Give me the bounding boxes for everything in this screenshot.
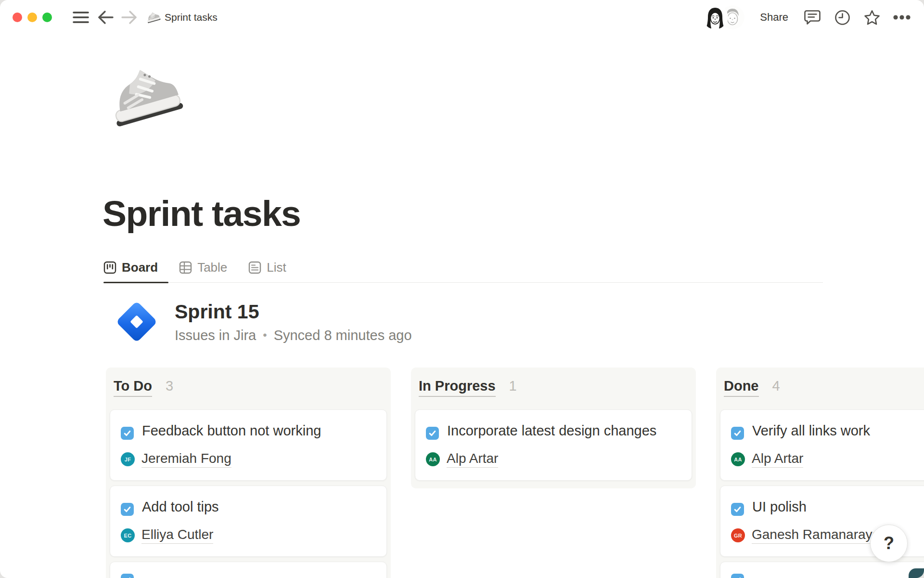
help-button[interactable]: ? [870,525,908,562]
column-count: 3 [166,378,173,394]
tab-table-label: Table [197,260,227,275]
assignee-row: JF Jeremiah Fong [121,451,376,468]
assignee-avatar: EC [121,528,135,542]
hamburger-icon [73,11,89,24]
checked-checkbox-icon[interactable] [731,574,744,578]
avatar-woman-sketch [703,5,727,29]
card-title: Add tool tips [142,499,219,514]
column-header: To Do 3 [114,378,387,397]
breadcrumb-page-title[interactable]: Sprint tasks [165,12,218,23]
card-title-row: Incorporate latest design changes [426,421,681,440]
sprint-title[interactable]: Sprint 15 [175,301,412,323]
column-name[interactable]: To Do [114,378,152,397]
sprint-synced: Synced 8 minutes ago [274,328,412,343]
tab-table[interactable]: Table [179,260,238,282]
tab-list[interactable]: List [248,260,296,282]
task-card[interactable]: Verify all links work AA Alp Artar [720,409,924,481]
arrow-left-icon [98,10,114,25]
board-column: To Do 3 Feedback button not working JF J… [106,368,391,578]
window-controls [13,13,52,22]
notion-window: Sprint tasks [0,0,924,578]
task-card[interactable]: Incorporate latest design changes AA Alp… [415,409,692,481]
assignee-name[interactable]: Elliya Cutler [141,527,213,544]
task-card[interactable] [110,562,387,578]
close-window-button[interactable] [13,13,22,22]
more-options-button[interactable] [892,8,911,27]
assignee-row: AA Alp Artar [426,451,681,468]
card-title: Verify all links work [752,423,870,438]
zoom-window-button[interactable] [42,13,52,22]
checked-checkbox-icon[interactable] [121,574,134,578]
favorite-button[interactable] [862,8,882,27]
star-icon [864,10,880,26]
board-view-icon [103,261,116,274]
minimize-window-button[interactable] [27,13,37,22]
task-card[interactable] [720,562,924,578]
column-count: 4 [772,378,780,394]
column-name[interactable]: Done [724,378,759,397]
tab-board[interactable]: Board [103,260,168,282]
assignee-name[interactable]: Alp Artar [752,451,803,468]
checked-checkbox-icon[interactable] [731,427,744,440]
assignee-row: EC Elliya Cutler [121,527,376,544]
page-icon-small-sneaker [145,10,161,25]
card-title-row: UI polish [731,498,924,516]
arrow-right-icon [121,10,137,25]
sprint-meta: Issues in Jira • Synced 8 minutes ago [175,328,412,343]
comment-bubble-icon [804,10,821,25]
task-card[interactable]: Feedback button not working JF Jeremiah … [110,409,387,481]
card-title-row: Add tool tips [121,498,376,516]
assignee-avatar: JF [121,452,135,466]
board-columns: To Do 3 Feedback button not working JF J… [0,368,924,578]
assignee-row: AA Alp Artar [731,451,924,468]
page-title: Sprint tasks [103,193,924,234]
share-button[interactable]: Share [760,11,788,24]
tab-list-label: List [267,260,286,275]
topbar: Sprint tasks [0,0,924,35]
sprint-source: Issues in Jira [175,328,256,343]
card-title-row: Feedback button not working [121,421,376,440]
assignee-avatar: GR [731,528,745,542]
column-count: 1 [509,378,517,394]
clock-icon [834,10,850,26]
jira-logo-icon [112,297,161,346]
linked-database-header: Sprint 15 Issues in Jira • Synced 8 minu… [112,297,924,346]
checked-checkbox-icon[interactable] [121,503,134,516]
checked-checkbox-icon[interactable] [426,427,439,440]
updates-button[interactable] [833,8,852,27]
table-view-icon [179,261,192,274]
meta-separator: • [263,328,267,342]
presence-avatars[interactable] [703,5,746,30]
card-title-row [121,574,376,578]
corner-widget[interactable] [909,568,924,578]
assignee-avatar: AA [426,452,440,466]
card-title: Incorporate latest design changes [447,423,656,438]
comments-button[interactable] [803,8,822,27]
page-icon-sneaker[interactable] [103,56,184,137]
ellipsis-icon [893,14,911,20]
card-title-row: Verify all links work [731,421,924,440]
list-view-icon [248,261,261,274]
board-column: In Progress 1 Incorporate latest design … [411,368,696,488]
assignee-avatar: AA [731,452,745,466]
assignee-name[interactable]: Jeremiah Fong [141,451,231,468]
card-title-row [731,574,924,578]
card-title: UI polish [752,499,807,514]
card-list: Feedback button not working JF Jeremiah … [110,409,387,578]
card-list: Incorporate latest design changes AA Alp… [415,409,692,481]
back-button[interactable] [96,8,116,27]
checked-checkbox-icon[interactable] [121,427,134,440]
task-card[interactable]: Add tool tips EC Elliya Cutler [110,486,387,557]
sidebar-toggle-button[interactable] [71,8,90,27]
checked-checkbox-icon[interactable] [731,503,744,516]
column-header: Done 4 [724,378,924,397]
card-title: Feedback button not working [142,423,321,438]
column-header: In Progress 1 [419,378,692,397]
tab-board-label: Board [122,260,158,275]
column-name[interactable]: In Progress [419,378,496,397]
forward-button[interactable] [119,8,139,27]
view-tabs: Board Table List [103,260,823,283]
assignee-name[interactable]: Alp Artar [447,451,498,468]
